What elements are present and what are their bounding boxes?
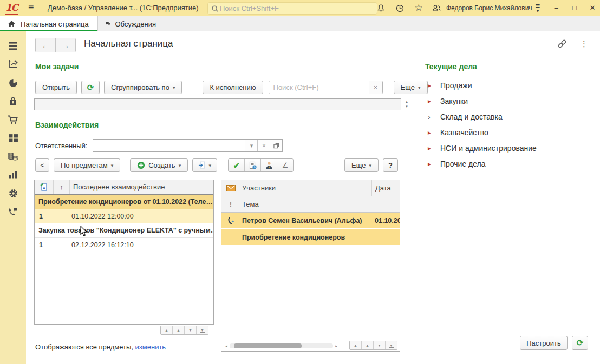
- combo-dropdown-icon[interactable]: ▾: [245, 140, 257, 151]
- configure-button[interactable]: Настроить: [520, 336, 568, 350]
- combo-open-icon[interactable]: [270, 140, 282, 151]
- tasks-empty-grid[interactable]: [34, 98, 401, 110]
- set-angle-button[interactable]: ∠: [277, 159, 293, 171]
- help-button[interactable]: ?: [383, 158, 398, 172]
- settings-gear-icon[interactable]: [0, 184, 26, 202]
- sales-icon[interactable]: [0, 110, 26, 129]
- more-actions-icon[interactable]: ⋮: [580, 39, 588, 49]
- subject-item-row[interactable]: 1 02.12.2022 16:12:10: [35, 238, 213, 252]
- lists-splitter[interactable]: [217, 180, 217, 352]
- affairs-item-sales[interactable]: ▸ Продажи: [428, 81, 472, 90]
- scroll-right-icon[interactable]: ▸: [333, 344, 340, 348]
- clear-search-icon[interactable]: ×: [369, 81, 382, 94]
- combo-clear-icon[interactable]: ×: [257, 140, 270, 151]
- subject-group-row[interactable]: Приобретение кондиционеров от 01.10.2022…: [35, 194, 213, 209]
- back-button[interactable]: ←: [36, 38, 55, 52]
- planning-icon[interactable]: [0, 55, 26, 74]
- responsible-person-button[interactable]: [260, 159, 277, 171]
- responsible-input[interactable]: [93, 140, 245, 151]
- treasury-icon[interactable]: [0, 147, 26, 166]
- scroll-last-button[interactable]: ▼: [385, 341, 397, 349]
- subjects-list-nav: ▲ ▲ ▼ ▼: [34, 326, 208, 335]
- refresh-tasks-button[interactable]: ⟳: [81, 81, 100, 94]
- sort-ascending-icon[interactable]: ↑: [53, 180, 69, 194]
- document-check-icon: [40, 183, 48, 191]
- scroll-prev-button[interactable]: ▲: [361, 341, 373, 349]
- page-title: Начальная страница: [84, 38, 173, 49]
- scrollbar-track[interactable]: [230, 343, 333, 348]
- users-icon[interactable]: [431, 3, 442, 14]
- grid-sort-spinner-icon[interactable]: ▴ ▾: [403, 99, 410, 109]
- global-search-input[interactable]: [219, 4, 374, 13]
- affairs-item-other[interactable]: ▸ Прочие дела: [428, 160, 486, 168]
- envelope-icon: [226, 185, 236, 191]
- bullet-icon: ▸: [428, 144, 433, 152]
- group-by-button[interactable]: Сгруппировать по ▾: [104, 81, 182, 94]
- support-contact-icon[interactable]: [0, 202, 26, 221]
- functions-menu-icon[interactable]: [0, 37, 26, 55]
- create-based-on-button[interactable]: ▾: [192, 158, 217, 172]
- affairs-item-purchases[interactable]: ▸ Закупки: [428, 97, 468, 105]
- envelope-column[interactable]: [221, 185, 240, 191]
- reports-icon[interactable]: [0, 166, 26, 184]
- mark-reviewed-button[interactable]: ✔: [229, 159, 244, 171]
- change-filter-link[interactable]: изменить: [135, 343, 166, 351]
- open-button[interactable]: Открыть: [35, 81, 77, 94]
- scroll-next-button[interactable]: ▼: [373, 341, 385, 349]
- to-execution-button[interactable]: К исполнению: [203, 81, 263, 94]
- participants-column[interactable]: Участники: [240, 184, 371, 192]
- affairs-item-treasury[interactable]: ▸ Казначейство: [428, 128, 488, 137]
- history-nav: ← →: [35, 38, 76, 52]
- maximize-button[interactable]: □: [568, 2, 582, 14]
- scroll-left-icon[interactable]: ◂: [223, 344, 230, 348]
- main-menu-icon[interactable]: ≡: [28, 2, 34, 13]
- create-button[interactable]: Создать ▾: [130, 158, 188, 172]
- scroll-next-button[interactable]: ▼: [184, 326, 196, 334]
- tab-discussions[interactable]: Обсуждения: [98, 16, 164, 31]
- topic-column[interactable]: Тема: [240, 200, 400, 208]
- up-icon: ▲: [177, 328, 180, 332]
- right-panel-splitter[interactable]: [414, 55, 414, 349]
- date-column[interactable]: Дата: [371, 180, 400, 196]
- affairs-item-warehouse[interactable]: › Склад и доставка: [428, 112, 503, 121]
- global-search[interactable]: [207, 2, 377, 15]
- document-clock-icon: [249, 161, 257, 170]
- history-icon[interactable]: [394, 3, 405, 14]
- tasks-more-button[interactable]: Еще ▾: [394, 81, 428, 94]
- tab-home-page[interactable]: Начальная страница: [0, 16, 98, 31]
- favorites-star-icon[interactable]: ☆: [413, 3, 424, 14]
- warehouse-icon[interactable]: [0, 129, 26, 147]
- affairs-item-nsi[interactable]: ▸ НСИ и администрирование: [428, 144, 537, 153]
- purchases-icon[interactable]: [0, 92, 26, 110]
- minimize-button[interactable]: –: [549, 2, 563, 14]
- postpone-button[interactable]: [244, 159, 260, 171]
- scrollbar-thumb[interactable]: [234, 343, 302, 348]
- last-interaction-column[interactable]: Последнее взаимодействие: [69, 180, 213, 194]
- interaction-count: 1: [35, 209, 71, 223]
- interactions-more-button[interactable]: Еще ▾: [344, 158, 379, 172]
- service-menu-icon[interactable]: ≡ ▾: [532, 2, 544, 14]
- get-link-icon[interactable]: [557, 39, 567, 49]
- scroll-first-button[interactable]: ▲: [161, 326, 172, 334]
- by-subjects-button[interactable]: По предметам ▾: [54, 158, 120, 172]
- subject-item-row[interactable]: 1 01.10.2022 12:00:00: [35, 209, 213, 223]
- scroll-last-button[interactable]: ▼: [196, 326, 208, 334]
- crm-marketing-icon[interactable]: [0, 74, 26, 92]
- tasks-search-input[interactable]: [269, 81, 369, 94]
- sections-splitter[interactable]: [26, 112, 414, 112]
- interaction-row-participants[interactable]: Петров Семен Васильевич (Альфа) 01.10.20…: [221, 213, 400, 229]
- subject-group-row[interactable]: Закупка товаров "Кондиционер ELEKTA" с р…: [35, 223, 213, 238]
- responsible-combo: ▾ ×: [93, 139, 283, 152]
- interaction-row-topic[interactable]: Приобретение кондиционеров: [221, 229, 400, 246]
- close-button[interactable]: ✕: [585, 2, 599, 14]
- affairs-item-label: Продажи: [440, 81, 472, 90]
- refresh-affairs-button[interactable]: ⟳: [572, 336, 588, 350]
- subject-type-column[interactable]: [35, 180, 53, 194]
- collapse-left-button[interactable]: <: [35, 158, 49, 172]
- current-user-name[interactable]: Федоров Борис Михайлович: [446, 4, 532, 12]
- scroll-first-button[interactable]: ▲: [350, 341, 361, 349]
- forward-button[interactable]: →: [55, 38, 75, 52]
- importance-column[interactable]: !: [221, 200, 240, 208]
- scroll-prev-button[interactable]: ▲: [172, 326, 184, 334]
- notifications-bell-icon[interactable]: [375, 3, 386, 14]
